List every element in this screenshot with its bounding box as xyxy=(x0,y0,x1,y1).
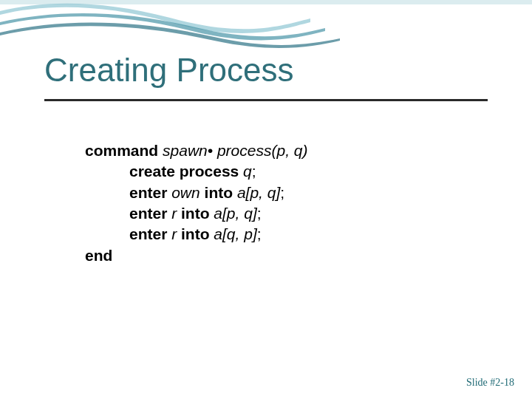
page-title: Creating Process xyxy=(44,52,293,89)
code-text: enter xyxy=(129,184,171,201)
code-block: command spawn• process(p, q) create proc… xyxy=(85,140,484,266)
header-waves xyxy=(0,0,532,59)
code-line-1: command spawn• process(p, q) xyxy=(85,140,484,161)
code-line-6: end xyxy=(85,245,484,266)
code-text: ; xyxy=(257,205,262,222)
code-text: ; xyxy=(252,163,256,180)
keyword-command: command xyxy=(85,142,158,159)
code-text: q xyxy=(243,163,252,180)
code-text: create process xyxy=(129,163,243,180)
code-text: enter xyxy=(129,225,171,242)
code-text: a[p, q] xyxy=(237,184,280,201)
keyword-end: end xyxy=(85,247,112,264)
code-text: into xyxy=(200,184,237,201)
code-line-3: enter own into a[p, q]; xyxy=(85,183,484,203)
code-text: into xyxy=(177,205,214,222)
code-text: a[p, q] xyxy=(214,205,256,222)
slide: Creating Process command spawn• process(… xyxy=(0,0,532,399)
title-underline xyxy=(44,99,488,101)
code-line-4: enter r into a[p, q]; xyxy=(85,203,484,224)
code-text: ; xyxy=(280,184,284,201)
code-text: into xyxy=(177,225,214,242)
code-text: own xyxy=(171,184,200,201)
code-line-5: enter r into a[q, p]; xyxy=(85,224,484,245)
code-text: (p, q) xyxy=(271,142,307,159)
code-text: spawn• process xyxy=(158,142,271,159)
slide-number: Slide #2-18 xyxy=(466,377,514,389)
code-text: enter xyxy=(129,205,171,222)
accent-bar xyxy=(0,0,532,4)
code-text: ; xyxy=(257,225,262,242)
code-text: a[q, p] xyxy=(214,225,256,242)
code-line-2: create process q; xyxy=(85,161,484,182)
